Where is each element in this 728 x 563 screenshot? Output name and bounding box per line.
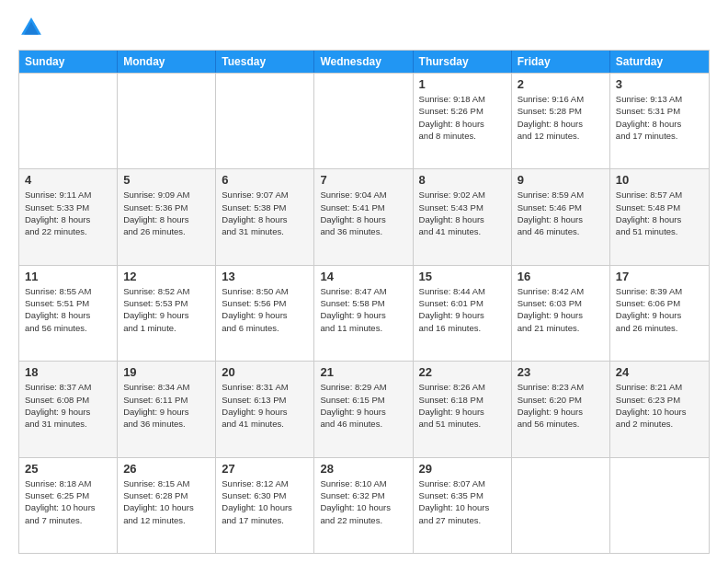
calendar-cell-4-5 [512, 458, 610, 553]
calendar-cell-2-4: 15Sunrise: 8:44 AM Sunset: 6:01 PM Dayli… [414, 266, 512, 361]
cell-info: Sunrise: 9:18 AM Sunset: 5:26 PM Dayligh… [419, 93, 506, 142]
cell-info: Sunrise: 8:15 AM Sunset: 6:28 PM Dayligh… [123, 477, 210, 526]
calendar-cell-0-6: 3Sunrise: 9:13 AM Sunset: 5:31 PM Daylig… [610, 74, 709, 168]
calendar-cell-2-1: 12Sunrise: 8:52 AM Sunset: 5:53 PM Dayli… [118, 266, 216, 361]
cell-info: Sunrise: 9:09 AM Sunset: 5:36 PM Dayligh… [123, 189, 210, 237]
calendar-cell-1-3: 7Sunrise: 9:04 AM Sunset: 5:41 PM Daylig… [314, 169, 413, 264]
day-header-monday: Monday [118, 51, 216, 73]
cell-day-number: 6 [222, 173, 308, 187]
cell-day-number: 2 [518, 77, 604, 91]
cell-day-number: 19 [123, 365, 210, 379]
cell-info: Sunrise: 8:29 AM Sunset: 6:15 PM Dayligh… [320, 381, 406, 430]
cell-day-number: 20 [222, 365, 308, 379]
cell-day-number: 16 [518, 270, 604, 283]
cell-info: Sunrise: 9:11 AM Sunset: 5:33 PM Dayligh… [25, 189, 111, 237]
cell-day-number: 28 [320, 462, 406, 476]
calendar-cell-3-3: 21Sunrise: 8:29 AM Sunset: 6:15 PM Dayli… [314, 362, 413, 456]
calendar: SundayMondayTuesdayWednesdayThursdayFrid… [18, 50, 710, 554]
day-header-friday: Friday [512, 51, 610, 73]
calendar-cell-0-0 [19, 74, 118, 168]
day-header-sunday: Sunday [19, 51, 118, 73]
calendar-cell-1-6: 10Sunrise: 8:57 AM Sunset: 5:48 PM Dayli… [610, 169, 709, 264]
cell-info: Sunrise: 8:21 AM Sunset: 6:23 PM Dayligh… [616, 381, 703, 430]
cell-info: Sunrise: 8:47 AM Sunset: 5:58 PM Dayligh… [320, 285, 406, 334]
cell-day-number: 26 [123, 462, 210, 476]
cell-day-number: 22 [419, 365, 506, 379]
calendar-cell-1-0: 4Sunrise: 9:11 AM Sunset: 5:33 PM Daylig… [19, 169, 118, 264]
calendar-cell-3-1: 19Sunrise: 8:34 AM Sunset: 6:11 PM Dayli… [118, 362, 216, 456]
cell-info: Sunrise: 9:07 AM Sunset: 5:38 PM Dayligh… [222, 189, 308, 237]
calendar-row-3: 18Sunrise: 8:37 AM Sunset: 6:08 PM Dayli… [19, 361, 709, 456]
cell-day-number: 27 [222, 462, 308, 476]
cell-day-number: 18 [25, 365, 111, 379]
cell-info: Sunrise: 9:04 AM Sunset: 5:41 PM Dayligh… [320, 189, 406, 237]
calendar-cell-3-0: 18Sunrise: 8:37 AM Sunset: 6:08 PM Dayli… [19, 362, 118, 456]
cell-info: Sunrise: 8:34 AM Sunset: 6:11 PM Dayligh… [123, 381, 210, 430]
cell-info: Sunrise: 8:23 AM Sunset: 6:20 PM Dayligh… [518, 381, 604, 430]
calendar-row-2: 11Sunrise: 8:55 AM Sunset: 5:51 PM Dayli… [19, 265, 709, 361]
cell-day-number: 25 [25, 462, 111, 476]
cell-info: Sunrise: 8:42 AM Sunset: 6:03 PM Dayligh… [518, 285, 604, 334]
calendar-row-4: 25Sunrise: 8:18 AM Sunset: 6:25 PM Dayli… [19, 457, 709, 553]
cell-info: Sunrise: 8:07 AM Sunset: 6:35 PM Dayligh… [419, 477, 506, 526]
cell-day-number: 14 [320, 270, 406, 283]
calendar-cell-3-2: 20Sunrise: 8:31 AM Sunset: 6:13 PM Dayli… [216, 362, 314, 456]
cell-info: Sunrise: 8:52 AM Sunset: 5:53 PM Dayligh… [123, 285, 210, 334]
calendar-cell-2-2: 13Sunrise: 8:50 AM Sunset: 5:56 PM Dayli… [216, 266, 314, 361]
calendar-cell-4-2: 27Sunrise: 8:12 AM Sunset: 6:30 PM Dayli… [216, 458, 314, 553]
cell-info: Sunrise: 8:50 AM Sunset: 5:56 PM Dayligh… [222, 285, 308, 334]
calendar-cell-2-5: 16Sunrise: 8:42 AM Sunset: 6:03 PM Dayli… [512, 266, 610, 361]
cell-day-number: 17 [616, 270, 703, 283]
cell-day-number: 21 [320, 365, 406, 379]
calendar-cell-1-4: 8Sunrise: 9:02 AM Sunset: 5:43 PM Daylig… [414, 169, 512, 264]
page: SundayMondayTuesdayWednesdayThursdayFrid… [0, 0, 728, 563]
calendar-cell-0-5: 2Sunrise: 9:16 AM Sunset: 5:28 PM Daylig… [512, 74, 610, 168]
cell-info: Sunrise: 8:26 AM Sunset: 6:18 PM Dayligh… [419, 381, 506, 430]
logo [18, 15, 48, 40]
cell-day-number: 1 [419, 77, 506, 91]
calendar-cell-0-2 [216, 74, 314, 168]
cell-day-number: 29 [419, 462, 506, 476]
calendar-header: SundayMondayTuesdayWednesdayThursdayFrid… [19, 51, 709, 73]
cell-day-number: 8 [419, 173, 506, 187]
day-header-wednesday: Wednesday [314, 51, 413, 73]
cell-info: Sunrise: 9:16 AM Sunset: 5:28 PM Dayligh… [518, 93, 604, 142]
calendar-cell-1-5: 9Sunrise: 8:59 AM Sunset: 5:46 PM Daylig… [512, 169, 610, 264]
cell-day-number: 23 [518, 365, 604, 379]
calendar-cell-4-1: 26Sunrise: 8:15 AM Sunset: 6:28 PM Dayli… [118, 458, 216, 553]
calendar-body: 1Sunrise: 9:18 AM Sunset: 5:26 PM Daylig… [19, 73, 709, 553]
cell-info: Sunrise: 8:18 AM Sunset: 6:25 PM Dayligh… [25, 477, 111, 526]
calendar-row-1: 4Sunrise: 9:11 AM Sunset: 5:33 PM Daylig… [19, 168, 709, 264]
cell-day-number: 10 [616, 173, 703, 187]
calendar-cell-0-1 [118, 74, 216, 168]
cell-info: Sunrise: 8:12 AM Sunset: 6:30 PM Dayligh… [222, 477, 308, 526]
calendar-cell-4-4: 29Sunrise: 8:07 AM Sunset: 6:35 PM Dayli… [414, 458, 512, 553]
day-header-thursday: Thursday [414, 51, 512, 73]
cell-day-number: 15 [419, 270, 506, 283]
calendar-cell-3-4: 22Sunrise: 8:26 AM Sunset: 6:18 PM Dayli… [414, 362, 512, 456]
calendar-cell-1-1: 5Sunrise: 9:09 AM Sunset: 5:36 PM Daylig… [118, 169, 216, 264]
cell-day-number: 9 [518, 173, 604, 187]
calendar-cell-2-3: 14Sunrise: 8:47 AM Sunset: 5:58 PM Dayli… [314, 266, 413, 361]
calendar-cell-3-6: 24Sunrise: 8:21 AM Sunset: 6:23 PM Dayli… [610, 362, 709, 456]
calendar-cell-3-5: 23Sunrise: 8:23 AM Sunset: 6:20 PM Dayli… [512, 362, 610, 456]
cell-info: Sunrise: 8:59 AM Sunset: 5:46 PM Dayligh… [518, 189, 604, 237]
calendar-cell-0-3 [314, 74, 413, 168]
cell-day-number: 5 [123, 173, 210, 187]
calendar-row-0: 1Sunrise: 9:18 AM Sunset: 5:26 PM Daylig… [19, 73, 709, 168]
cell-info: Sunrise: 8:44 AM Sunset: 6:01 PM Dayligh… [419, 285, 506, 334]
cell-info: Sunrise: 8:37 AM Sunset: 6:08 PM Dayligh… [25, 381, 111, 430]
logo-icon [18, 15, 44, 40]
calendar-cell-1-2: 6Sunrise: 9:07 AM Sunset: 5:38 PM Daylig… [216, 169, 314, 264]
cell-day-number: 12 [123, 270, 210, 283]
cell-info: Sunrise: 8:31 AM Sunset: 6:13 PM Dayligh… [222, 381, 308, 430]
cell-day-number: 11 [25, 270, 111, 283]
calendar-cell-2-0: 11Sunrise: 8:55 AM Sunset: 5:51 PM Dayli… [19, 266, 118, 361]
cell-info: Sunrise: 8:55 AM Sunset: 5:51 PM Dayligh… [25, 285, 111, 334]
calendar-cell-2-6: 17Sunrise: 8:39 AM Sunset: 6:06 PM Dayli… [610, 266, 709, 361]
cell-day-number: 7 [320, 173, 406, 187]
cell-info: Sunrise: 8:10 AM Sunset: 6:32 PM Dayligh… [320, 477, 406, 526]
cell-day-number: 24 [616, 365, 703, 379]
calendar-cell-4-3: 28Sunrise: 8:10 AM Sunset: 6:32 PM Dayli… [314, 458, 413, 553]
cell-info: Sunrise: 8:39 AM Sunset: 6:06 PM Dayligh… [616, 285, 703, 334]
